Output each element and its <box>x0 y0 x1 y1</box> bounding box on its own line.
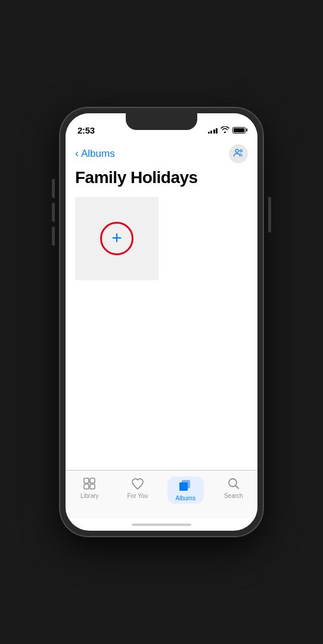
content-area: + <box>66 197 257 470</box>
phone-frame: 2:53 <box>60 107 263 537</box>
signal-bars-icon <box>208 127 218 134</box>
search-tab-label: Search <box>224 493 243 499</box>
share-people-button[interactable] <box>229 144 248 163</box>
back-label: Albums <box>81 148 115 160</box>
status-icons <box>208 126 246 135</box>
page-title: Family Holidays <box>66 166 257 197</box>
svg-rect-2 <box>84 478 89 483</box>
add-circle-highlight: + <box>100 222 133 255</box>
svg-rect-4 <box>84 484 89 489</box>
svg-point-0 <box>235 149 238 152</box>
album-grid: + <box>75 197 248 280</box>
tab-for-you[interactable]: For You <box>114 475 162 499</box>
library-tab-icon <box>82 476 97 491</box>
svg-rect-8 <box>179 482 188 491</box>
status-time: 2:53 <box>77 125 95 135</box>
tab-search[interactable]: Search <box>210 475 258 499</box>
albums-tab-active-bg: Albums <box>167 476 204 504</box>
phone-screen: 2:53 <box>66 113 257 531</box>
tab-albums[interactable]: Albums <box>162 475 210 504</box>
add-plus-icon: + <box>111 229 122 247</box>
for-you-tab-label: For You <box>128 493 148 499</box>
library-tab-label: Library <box>80 493 99 499</box>
nav-bar: ‹ Albums <box>66 140 257 166</box>
home-indicator <box>66 519 257 531</box>
svg-rect-5 <box>90 484 95 489</box>
tab-bar: Library For You <box>66 470 257 519</box>
back-button[interactable]: ‹ Albums <box>75 148 115 160</box>
notch <box>126 113 197 130</box>
wifi-icon <box>220 126 229 135</box>
people-icon <box>233 147 244 160</box>
battery-icon <box>232 127 246 134</box>
back-chevron-icon: ‹ <box>75 147 79 160</box>
tab-library[interactable]: Library <box>66 475 114 499</box>
add-photo-button[interactable]: + <box>75 197 159 280</box>
albums-tab-icon <box>178 479 192 493</box>
home-bar <box>132 524 191 526</box>
albums-tab-label: Albums <box>176 495 195 501</box>
svg-rect-3 <box>90 478 95 483</box>
status-bar: 2:53 <box>66 113 257 140</box>
svg-point-1 <box>240 150 243 152</box>
for-you-tab-icon <box>131 476 145 491</box>
search-tab-icon <box>226 476 241 491</box>
